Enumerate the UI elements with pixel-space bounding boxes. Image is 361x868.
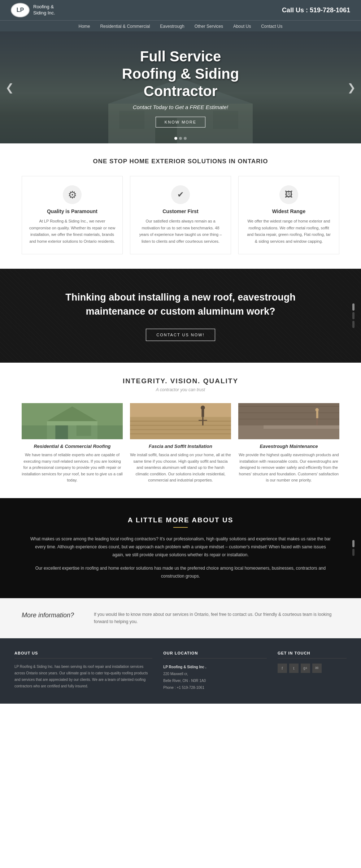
cta-content: Thinking about installing a new roof, ea…: [0, 269, 361, 363]
social-email[interactable]: ✉: [312, 664, 322, 673]
nav-home[interactable]: Home: [79, 24, 90, 29]
know-more-button[interactable]: KNOW MORE: [156, 117, 205, 128]
hero-prev-arrow[interactable]: ❮: [5, 82, 14, 94]
services-grid: Residential & Commercial Roofing We have…: [22, 403, 339, 484]
hero-dots: [174, 137, 187, 140]
about-heading: A LITTLE MORE ABOUT US: [29, 516, 332, 524]
hero-subheading: Contact Today to Get a FREE Estimate!: [122, 104, 239, 110]
hero-heading: Full Service Roofing & Siding Contractor: [122, 48, 239, 100]
customer-icon: ✔: [171, 185, 190, 204]
service-text-residential: We have teams of reliable experts who ar…: [22, 452, 123, 484]
cta-section: Thinking about installing a new roof, ea…: [0, 269, 361, 363]
feature-text-quality: At LP Roofing & Siding Inc., we never co…: [29, 218, 116, 245]
svg-point-18: [201, 406, 205, 410]
hero-section: Full Service Roofing & Siding Contractor…: [0, 31, 361, 143]
footer-address-line2: Belle River, ON - N0R 1A0: [163, 677, 267, 684]
about-section: A LITTLE MORE ABOUT US What makes us sco…: [0, 498, 361, 598]
header: LP Roofing & Siding Inc. Call Us : 519-7…: [0, 0, 361, 20]
footer-location-col: OUR LOCATION LP Roofing & Siding Inc . 2…: [163, 651, 267, 691]
hero-content: Full Service Roofing & Siding Contractor…: [93, 48, 268, 128]
feature-text-customer: Our satisfied clients always remain as a…: [137, 218, 224, 245]
quality-icon: ⚙: [63, 185, 82, 204]
service-residential: Residential & Commercial Roofing We have…: [22, 403, 123, 484]
footer-contact-col: GET IN TOUCH f t g+ ✉: [278, 651, 347, 691]
footer: ABOUT US LP Roofing & Siding Inc. has be…: [0, 638, 361, 704]
footer-address-line1: 220 Maxwell cr,: [163, 670, 267, 677]
integrity-heading: INTEGRITY. VISION. QUALITY: [22, 377, 339, 385]
scroll-indicator: [352, 303, 355, 328]
house-icon-residential: [22, 403, 123, 439]
integrity-subheading: A contractor you can trust: [22, 387, 339, 392]
feature-card-quality: ⚙ Quality is Paramount At LP Roofing & S…: [22, 176, 123, 254]
svg-point-27: [316, 408, 319, 411]
hero-dot-1[interactable]: [174, 137, 177, 140]
about-underline: [173, 527, 188, 528]
service-eavestrough: Eavestrough Maintenance We provide the h…: [238, 403, 339, 484]
fascia-icon: [130, 403, 231, 439]
feature-title-quality: Quality is Paramount: [29, 208, 116, 214]
footer-grid: ABOUT US LP Roofing & Siding Inc. has be…: [14, 651, 347, 691]
about-scroll-indicator: [352, 540, 355, 556]
service-title-fascia: Fascia and Soffit Installation: [130, 444, 231, 449]
company-name: Roofing & Siding Inc.: [33, 4, 55, 16]
nav-other-services[interactable]: Other Services: [195, 24, 223, 29]
service-img-eavestrough: [238, 403, 339, 439]
nav-eavestrough[interactable]: Eavestrough: [160, 24, 184, 29]
social-twitter[interactable]: t: [289, 664, 299, 673]
hero-dot-3[interactable]: [184, 137, 187, 140]
svg-rect-29: [264, 426, 339, 429]
footer-phone: Phone : +1 519-728-1061: [163, 684, 267, 691]
service-text-eavestrough: We provide the highest quality eavestrou…: [238, 452, 339, 484]
feature-title-range: Widest Range: [245, 208, 332, 214]
nav-contact[interactable]: Contact Us: [261, 24, 282, 29]
cta-heading: Thinking about installing a new roof, ea…: [36, 290, 325, 319]
hero-dot-2[interactable]: [179, 137, 182, 140]
social-googleplus[interactable]: g+: [301, 664, 310, 673]
svg-rect-10: [22, 426, 123, 439]
footer-address: LP Roofing & Siding Inc . 220 Maxwell cr…: [163, 664, 267, 691]
eavestrough-icon: [238, 403, 339, 439]
footer-about-col: ABOUT US LP Roofing & Siding Inc. has be…: [14, 651, 152, 691]
feature-title-customer: Customer First: [137, 208, 224, 214]
about-para-2: Our excellent expertise in roofing and h…: [29, 564, 332, 580]
one-stop-section: ONE STOP HOME EXTERIOR SOLUTIONS IN ONTA…: [0, 143, 361, 269]
one-stop-heading: ONE STOP HOME EXTERIOR SOLUTIONS IN ONTA…: [22, 158, 339, 165]
features-grid: ⚙ Quality is Paramount At LP Roofing & S…: [22, 176, 339, 254]
footer-about-text: LP Roofing & Siding Inc. has been servin…: [14, 664, 152, 690]
feature-card-customer: ✔ Customer First Our satisfied clients a…: [130, 176, 231, 254]
service-img-residential: [22, 403, 123, 439]
service-text-fascia: We install soffit, fascia and siding on …: [130, 452, 231, 484]
service-img-fascia: [130, 403, 231, 439]
nav-about[interactable]: About Us: [233, 24, 251, 29]
svg-rect-12: [130, 417, 231, 439]
service-fascia: Fascia and Soffit Installation We instal…: [130, 403, 231, 484]
feature-card-range: 🖼 Widest Range We offer the widest range…: [238, 176, 339, 254]
range-icon: 🖼: [279, 185, 298, 204]
call-us: Call Us : 519-728-1061: [282, 7, 350, 14]
hero-next-arrow[interactable]: ❯: [347, 82, 356, 94]
social-facebook[interactable]: f: [278, 664, 287, 673]
more-info-section: More information? If you would like to k…: [0, 598, 361, 638]
social-icons-row: f t g+ ✉: [278, 664, 347, 673]
more-info-text: If you would like to know more about our…: [94, 611, 339, 626]
feature-text-range: We offer the widest range of home exteri…: [245, 218, 332, 245]
service-title-residential: Residential & Commercial Roofing: [22, 444, 123, 449]
logo-area: LP Roofing & Siding Inc.: [11, 3, 55, 17]
about-para-1: What makes us score among the leading lo…: [29, 535, 332, 559]
about-content: A LITTLE MORE ABOUT US What makes us sco…: [0, 498, 361, 598]
footer-contact-title: GET IN TOUCH: [278, 651, 347, 658]
nav-residential[interactable]: Residential & Commercial: [100, 24, 150, 29]
more-info-label: More information?: [22, 611, 79, 619]
contact-now-button[interactable]: CONTACT US NOW!: [146, 329, 215, 341]
integrity-section: INTEGRITY. VISION. QUALITY A contractor …: [0, 363, 361, 498]
navigation: Home Residential & Commercial Eavestroug…: [0, 20, 361, 31]
footer-about-title: ABOUT US: [14, 651, 152, 658]
footer-company-name: LP Roofing & Siding Inc .: [163, 664, 267, 670]
svg-rect-26: [316, 411, 318, 418]
footer-location-title: OUR LOCATION: [163, 651, 267, 658]
logo-oval: LP: [11, 3, 30, 17]
service-title-eavestrough: Eavestrough Maintenance: [238, 444, 339, 449]
